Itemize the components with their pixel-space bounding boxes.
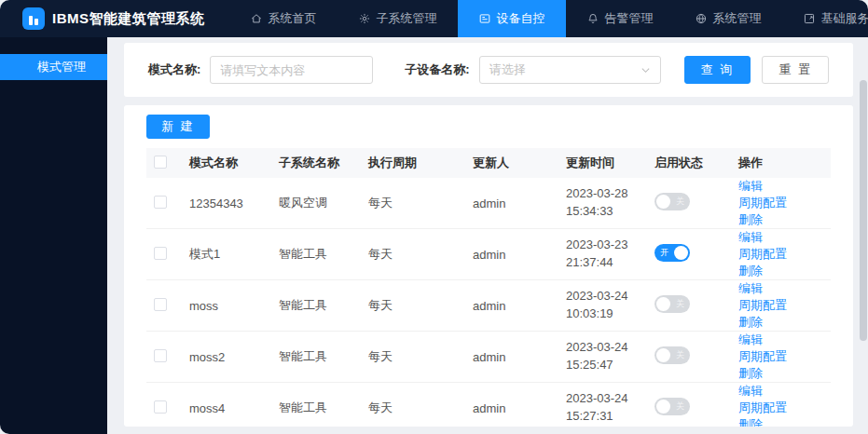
cell-mode-name: 12354343 bbox=[182, 178, 271, 229]
cell-mode-name: moss4 bbox=[182, 383, 271, 427]
sub-device-placeholder: 请选择 bbox=[489, 61, 526, 78]
cell-mode-name: moss bbox=[182, 280, 271, 332]
create-button[interactable]: 新 建 bbox=[146, 115, 210, 139]
panel-icon bbox=[478, 12, 491, 25]
nav-item-6[interactable]: 基础服务 bbox=[782, 0, 868, 37]
row-checkbox[interactable] bbox=[154, 196, 167, 209]
cell-mode-name: moss2 bbox=[182, 332, 271, 383]
table-row: moss4智能工具每天admin2023-03-2415:27:31关编辑周期配… bbox=[146, 383, 831, 427]
edit-link[interactable]: 编辑 bbox=[738, 230, 763, 244]
filter-bar: 模式名称: 子设备名称: 请选择 查 询 重 置 bbox=[124, 43, 853, 97]
delete-link[interactable]: 删除 bbox=[738, 212, 763, 226]
chevron-down-icon bbox=[641, 65, 651, 75]
cell-subsystem: 暖风空调 bbox=[271, 178, 361, 229]
reset-button[interactable]: 重 置 bbox=[762, 56, 829, 84]
cell-update-time: 2023-03-2321:37:44 bbox=[558, 229, 647, 280]
select-all-checkbox[interactable] bbox=[154, 156, 167, 169]
row-checkbox[interactable] bbox=[154, 349, 167, 362]
cell-update-time: 2023-03-2415:27:31 bbox=[558, 383, 647, 427]
cell-cycle: 每天 bbox=[361, 178, 465, 229]
cell-update-time: 2023-03-2415:25:47 bbox=[558, 332, 647, 383]
main-content: 模式名称: 子设备名称: 请选择 查 询 重 置 新 建 bbox=[107, 37, 868, 434]
cell-cycle: 每天 bbox=[361, 280, 465, 332]
row-checkbox[interactable] bbox=[154, 400, 167, 414]
vertical-scrollbar[interactable] bbox=[860, 80, 867, 434]
row-checkbox[interactable] bbox=[154, 298, 167, 311]
enable-toggle[interactable]: 开 bbox=[654, 244, 690, 262]
enable-toggle[interactable]: 关 bbox=[654, 346, 690, 364]
sub-device-select[interactable]: 请选择 bbox=[479, 56, 661, 84]
row-checkbox[interactable] bbox=[154, 247, 167, 260]
globe-icon bbox=[695, 12, 708, 25]
modes-table: 模式名称 子系统名称 执行周期 更新人 更新时间 启用状态 操作 1235434… bbox=[146, 148, 831, 427]
top-navbar: IBMS智能建筑管理系统 系统首页子系统管理设备自控告警管理系统管理基础服务 a… bbox=[0, 0, 868, 37]
cell-updater: admin bbox=[465, 280, 558, 332]
cell-mode-name: 模式1 bbox=[182, 229, 271, 280]
nav-item-3[interactable]: 设备自控 bbox=[458, 0, 566, 37]
enable-toggle[interactable]: 关 bbox=[654, 398, 690, 415]
primary-nav: 系统首页子系统管理设备自控告警管理系统管理基础服务 bbox=[229, 0, 868, 37]
table-header-row: 模式名称 子系统名称 执行周期 更新人 更新时间 启用状态 操作 bbox=[146, 148, 831, 178]
cycle-config-link[interactable]: 周期配置 bbox=[738, 298, 787, 312]
enable-toggle[interactable]: 关 bbox=[654, 193, 690, 210]
cell-cycle: 每天 bbox=[361, 229, 465, 280]
cell-subsystem: 智能工具 bbox=[271, 229, 361, 280]
table-row: 模式1智能工具每天admin2023-03-2321:37:44开编辑周期配置删… bbox=[146, 229, 831, 280]
cell-update-time: 2023-03-2410:03:19 bbox=[558, 280, 647, 332]
nav-item-2[interactable]: 子系统管理 bbox=[338, 0, 458, 37]
nav-item-label: 系统首页 bbox=[269, 10, 317, 27]
table-row: moss2智能工具每天admin2023-03-2415:25:47关编辑周期配… bbox=[146, 332, 831, 383]
cycle-config-link[interactable]: 周期配置 bbox=[738, 400, 787, 414]
cycle-config-link[interactable]: 周期配置 bbox=[738, 247, 787, 261]
delete-link[interactable]: 删除 bbox=[738, 366, 763, 380]
app-window: IBMS智能建筑管理系统 系统首页子系统管理设备自控告警管理系统管理基础服务 a… bbox=[0, 0, 868, 434]
col-enabled: 启用状态 bbox=[647, 148, 731, 178]
edit-link[interactable]: 编辑 bbox=[738, 281, 763, 295]
col-cycle: 执行周期 bbox=[361, 148, 465, 178]
sidebar: 模式管理 bbox=[0, 37, 107, 434]
nav-item-label: 设备自控 bbox=[497, 10, 545, 27]
col-subsystem: 子系统名称 bbox=[271, 148, 361, 178]
mode-name-input[interactable] bbox=[210, 56, 373, 84]
grid-icon bbox=[803, 12, 816, 25]
building-logo-icon bbox=[22, 7, 45, 30]
table-row: moss智能工具每天admin2023-03-2410:03:19关编辑周期配置… bbox=[146, 280, 831, 332]
nav-item-5[interactable]: 系统管理 bbox=[674, 0, 782, 37]
nav-item-4[interactable]: 告警管理 bbox=[566, 0, 674, 37]
sidebar-item-mode-management[interactable]: 模式管理 bbox=[0, 54, 107, 80]
home-icon bbox=[250, 12, 263, 25]
mode-name-label: 模式名称: bbox=[148, 61, 200, 78]
cell-updater: admin bbox=[465, 229, 558, 280]
search-button[interactable]: 查 询 bbox=[684, 56, 751, 84]
gear-icon bbox=[358, 12, 371, 25]
enable-toggle[interactable]: 关 bbox=[654, 295, 690, 313]
table-row: 12354343暖风空调每天admin2023-03-2815:34:33关编辑… bbox=[146, 178, 831, 229]
edit-link[interactable]: 编辑 bbox=[738, 332, 763, 346]
cell-updater: admin bbox=[465, 383, 558, 427]
cell-subsystem: 智能工具 bbox=[271, 280, 361, 332]
nav-item-label: 基础服务 bbox=[821, 10, 868, 27]
cell-updater: admin bbox=[465, 178, 558, 229]
edit-link[interactable]: 编辑 bbox=[738, 384, 763, 398]
col-updater: 更新人 bbox=[465, 148, 558, 178]
delete-link[interactable]: 删除 bbox=[738, 315, 763, 329]
cell-cycle: 每天 bbox=[361, 383, 465, 427]
cell-subsystem: 智能工具 bbox=[271, 332, 361, 383]
scrollbar-thumb[interactable] bbox=[860, 80, 867, 341]
delete-link[interactable]: 删除 bbox=[738, 417, 763, 427]
nav-item-label: 子系统管理 bbox=[377, 10, 437, 27]
cycle-config-link[interactable]: 周期配置 bbox=[738, 196, 787, 210]
table-card: 新 建 模式名称 子系统名称 执行周期 更新人 更新时间 bbox=[124, 105, 853, 427]
nav-item-label: 系统管理 bbox=[713, 10, 762, 27]
bell-icon bbox=[586, 12, 599, 25]
col-update-time: 更新时间 bbox=[558, 148, 647, 178]
col-mode-name: 模式名称 bbox=[182, 148, 271, 178]
app-logo: IBMS智能建筑管理系统 bbox=[22, 7, 205, 30]
edit-link[interactable]: 编辑 bbox=[738, 179, 763, 193]
cycle-config-link[interactable]: 周期配置 bbox=[738, 349, 787, 363]
col-actions: 操作 bbox=[731, 148, 831, 178]
nav-item-label: 告警管理 bbox=[605, 10, 654, 27]
nav-item-1[interactable]: 系统首页 bbox=[229, 0, 338, 37]
cell-update-time: 2023-03-2815:34:33 bbox=[558, 178, 647, 229]
delete-link[interactable]: 删除 bbox=[738, 264, 763, 278]
